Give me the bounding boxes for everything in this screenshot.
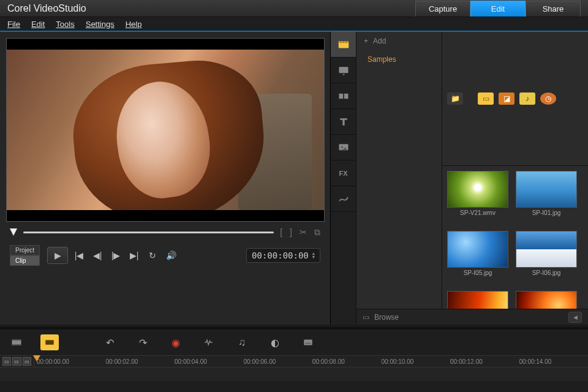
- timeline-toolbar: ↶ ↷ ◉ ♫ ◐: [0, 330, 588, 355]
- undo-button[interactable]: ↶: [100, 334, 119, 350]
- tab-capture[interactable]: Capture: [415, 1, 470, 17]
- svg-rect-7: [344, 93, 348, 98]
- mode-project[interactable]: Project: [10, 245, 40, 255]
- filter-video-button[interactable]: ▭: [478, 92, 494, 105]
- preview-mode-toggle[interactable]: Project Clip: [10, 245, 40, 266]
- preview-panel: [ ] ✂ ⧉ Project Clip ▶ |◀ ◀| |▶ ▶| ↻ 🔊 0…: [0, 32, 331, 325]
- transport-bar: Project Clip ▶ |◀ ◀| |▶ ▶| ↻ 🔊 00:00:00:…: [6, 243, 324, 268]
- thumb-item[interactable]: SP-I01.jpg: [516, 171, 577, 226]
- timeline-ruler[interactable]: ▭ ▭ ▭ 00:00:00.00 00:00:02.00 00:00:04.0…: [0, 355, 588, 368]
- home-button[interactable]: |◀: [72, 249, 86, 262]
- menu-file[interactable]: File: [7, 20, 20, 29]
- timecode-down-icon[interactable]: ▼: [312, 255, 315, 259]
- browse-bar: ▭ Browse ◀: [356, 309, 588, 325]
- timeline-view-button[interactable]: [7, 334, 26, 350]
- ruler-tick: 00:00:02.00: [106, 358, 175, 365]
- mode-clip[interactable]: Clip: [10, 255, 40, 266]
- ruler-tick: 00:00:08.00: [312, 358, 382, 365]
- menu-edit[interactable]: Edit: [31, 20, 45, 29]
- tab-edit[interactable]: Edit: [470, 1, 526, 17]
- audio-mixer-button[interactable]: [200, 334, 218, 350]
- timecode-display[interactable]: 00:00:00:00 ▲▼: [246, 248, 320, 263]
- svg-point-2: [340, 41, 341, 42]
- folder-tree: + Add Samples: [356, 32, 442, 309]
- preview-video: [6, 38, 325, 222]
- track-toggle-1[interactable]: ▭: [2, 357, 11, 366]
- ruler-tick: 00:00:12.00: [450, 358, 519, 365]
- steptab-graphic[interactable]: [331, 135, 356, 160]
- thumb-item[interactable]: SP-I10.jpg: [447, 291, 508, 309]
- filter-photo-button[interactable]: ◪: [499, 92, 514, 105]
- steptab-transition[interactable]: [331, 83, 356, 109]
- add-folder-label: Add: [373, 37, 386, 45]
- thumb-item[interactable]: SP-I11.jpg: [516, 291, 577, 309]
- storyboard-view-button[interactable]: [40, 334, 59, 350]
- playhead-marker[interactable]: [10, 228, 17, 236]
- track-motion-button[interactable]: ◐: [266, 334, 284, 350]
- menu-help[interactable]: Help: [126, 20, 142, 29]
- subtitle-button[interactable]: [299, 334, 317, 350]
- timeline-playhead[interactable]: [37, 355, 37, 392]
- scrub-track[interactable]: [23, 232, 274, 233]
- browse-icon: ▭: [363, 313, 369, 322]
- track-toggle-3[interactable]: ▭: [23, 357, 31, 366]
- track-toggle-2[interactable]: ▭: [12, 357, 21, 366]
- steptab-filter[interactable]: FX: [331, 160, 356, 186]
- step-tabs: FX: [331, 32, 356, 325]
- record-button[interactable]: ◉: [167, 334, 185, 350]
- thumb-caption: SP-I01.jpg: [532, 209, 561, 216]
- filter-audio-button[interactable]: ♪: [519, 92, 535, 105]
- prev-frame-button[interactable]: ◀|: [90, 249, 105, 262]
- titlebar: Corel VideoStudio Capture Edit Share: [0, 0, 588, 17]
- redo-button[interactable]: ↷: [134, 334, 152, 350]
- thumb-caption: SP-I05.jpg: [464, 270, 492, 276]
- add-folder-button[interactable]: + Add: [356, 32, 442, 50]
- svg-rect-5: [339, 67, 348, 73]
- split-clip-icon[interactable]: ✂: [300, 227, 307, 238]
- repeat-button[interactable]: ↻: [145, 249, 160, 262]
- ruler-tick: 00:00:14.00: [519, 358, 589, 365]
- end-button[interactable]: ▶|: [127, 249, 141, 262]
- collapse-library-button[interactable]: ◀: [568, 312, 582, 323]
- timeline-panel: ↶ ↷ ◉ ♫ ◐ ▭ ▭ ▭ 00:00:00.00 00:00:02.00 …: [0, 327, 588, 392]
- volume-button[interactable]: 🔊: [164, 249, 178, 262]
- timeline-tracks[interactable]: [0, 368, 588, 392]
- mark-out-icon[interactable]: ]: [290, 227, 292, 238]
- play-button[interactable]: ▶: [47, 247, 68, 264]
- sort-button[interactable]: ◷: [540, 92, 556, 105]
- browse-label[interactable]: Browse: [374, 313, 399, 322]
- menu-settings[interactable]: Settings: [86, 20, 115, 29]
- thumb-caption: SP-V21.wmv: [460, 209, 496, 216]
- folder-samples[interactable]: Samples: [356, 50, 442, 69]
- svg-rect-15: [306, 343, 311, 344]
- ruler-tick: 00:00:04.00: [175, 358, 244, 365]
- steptab-instantproject[interactable]: [331, 58, 356, 83]
- open-folder-button[interactable]: 📁: [447, 92, 463, 105]
- thumb-item[interactable]: SP-I05.jpg: [447, 231, 508, 286]
- track-selector[interactable]: ▭ ▭ ▭: [0, 356, 34, 367]
- workflow-tabs: Capture Edit Share: [415, 1, 581, 17]
- menubar: File Edit Tools Settings Help: [0, 17, 588, 32]
- plus-icon: +: [364, 37, 368, 45]
- svg-rect-12: [12, 344, 21, 345]
- menu-tools[interactable]: Tools: [56, 20, 74, 29]
- ruler-tick: 00:00:00.00: [37, 358, 106, 365]
- thumb-item[interactable]: SP-I06.jpg: [516, 231, 577, 286]
- library-filter-bar: 📁 ▭ ◪ ♪ ◷: [442, 32, 588, 166]
- auto-music-button[interactable]: ♫: [233, 334, 251, 350]
- timecode-value: 00:00:00:00: [252, 251, 309, 260]
- thumb-item[interactable]: SP-V21.wmv: [447, 171, 508, 226]
- thumb-caption: SP-I06.jpg: [532, 270, 561, 276]
- svg-point-4: [345, 41, 347, 42]
- steptab-title[interactable]: [331, 109, 356, 135]
- steptab-path[interactable]: [331, 186, 356, 212]
- svg-rect-6: [339, 93, 343, 98]
- enlarge-icon[interactable]: ⧉: [314, 227, 320, 238]
- svg-point-9: [341, 146, 342, 148]
- library-thumbnails: SP-V21.wmv SP-I01.jpg SP-I05.jpg SP-I06.…: [442, 166, 588, 309]
- mark-in-icon[interactable]: [: [280, 227, 282, 238]
- steptab-media[interactable]: [331, 32, 356, 58]
- tab-share[interactable]: Share: [526, 1, 581, 17]
- next-frame-button[interactable]: |▶: [108, 249, 123, 262]
- svg-rect-13: [45, 340, 54, 345]
